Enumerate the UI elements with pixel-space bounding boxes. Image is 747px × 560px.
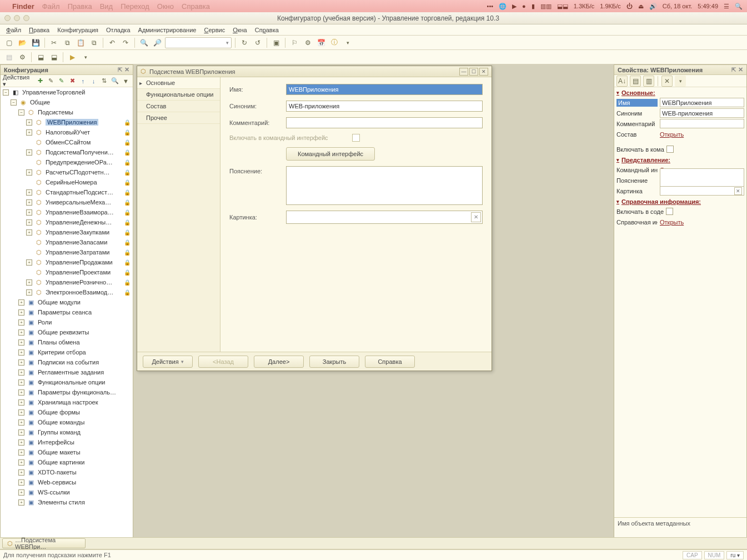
menu-help[interactable]: Справка bbox=[252, 26, 282, 34]
tree-root[interactable]: − ◧ УправлениеТорговлей bbox=[1, 87, 133, 97]
menu-debug[interactable]: Отладка bbox=[103, 26, 133, 34]
expand-icon[interactable]: + bbox=[18, 479, 24, 486]
tree-subsystem-item[interactable]: +⬡ЭлектронноеВзаимод…🔒 bbox=[1, 287, 133, 297]
tree-subsystem-item[interactable]: +⬡НалоговыйУчет🔒 bbox=[1, 127, 133, 137]
group-presentation[interactable]: Представление: bbox=[614, 154, 746, 164]
menu-windows[interactable]: Окна bbox=[230, 26, 250, 34]
taskbar-item[interactable]: ⬡ …Подсистема WEBПри… bbox=[2, 538, 86, 548]
tree-item[interactable]: +▣Параметры сеанса bbox=[1, 307, 133, 317]
undo-icon[interactable]: ↶ bbox=[107, 37, 118, 48]
expand-icon[interactable]: + bbox=[18, 469, 24, 476]
info-icon[interactable]: ⓘ bbox=[329, 37, 340, 48]
checkbox-include-cmd[interactable] bbox=[352, 134, 360, 142]
mac-menu-edit[interactable]: Правка bbox=[68, 2, 92, 11]
tree-subsystem-item[interactable]: +⬡УправлениеПродажами🔒 bbox=[1, 257, 133, 267]
tree-item[interactable]: +▣Планы обмена bbox=[1, 337, 133, 347]
edit-icon[interactable]: ✎ bbox=[57, 76, 66, 86]
rundrop-icon[interactable]: ▾ bbox=[80, 52, 91, 63]
tree-subsystem-item[interactable]: +⬡WEBПриложения🔒 bbox=[1, 117, 133, 127]
menu-edit[interactable]: Правка bbox=[26, 26, 52, 34]
collapse-icon[interactable]: − bbox=[11, 99, 17, 106]
dots-icon[interactable]: ••• bbox=[487, 3, 494, 9]
tree-item[interactable]: +▣Параметры функциональ… bbox=[1, 387, 133, 397]
expand-icon[interactable]: + bbox=[26, 209, 32, 216]
flag-icon[interactable]: ⚐ bbox=[289, 37, 300, 48]
del-icon[interactable]: ✖ bbox=[67, 76, 77, 86]
tree-subsystem-item[interactable]: +⬡УправлениеЗакупками🔒 bbox=[1, 227, 133, 237]
expand-icon[interactable]: + bbox=[26, 199, 32, 206]
next-button[interactable]: Далее> bbox=[254, 356, 304, 368]
step-icon[interactable]: ⬓ bbox=[35, 52, 46, 63]
list-icon[interactable]: ☰ bbox=[724, 3, 729, 10]
modal-titlebar[interactable]: ⬡ Подсистема WEBПриложения — ☐ ✕ bbox=[137, 66, 492, 77]
clear-picture-icon[interactable]: ✕ bbox=[471, 212, 481, 222]
add2-icon[interactable]: ✎ bbox=[46, 76, 56, 86]
tree-item[interactable]: +▣Функциональные опции bbox=[1, 377, 133, 387]
down-icon[interactable]: ↓ bbox=[89, 76, 98, 86]
status-lang[interactable]: ru ▾ bbox=[726, 551, 744, 559]
tree-item[interactable]: +▣Интерфейсы bbox=[1, 437, 133, 447]
tree-subsystem-item[interactable]: +⬡ПодсистемаПолучени…🔒 bbox=[1, 147, 133, 157]
refresh2-icon[interactable]: ↺ bbox=[252, 37, 263, 48]
new-icon[interactable]: ▢ bbox=[3, 37, 14, 48]
globe-icon[interactable]: 🌐 bbox=[499, 3, 507, 10]
open-icon[interactable]: 📂 bbox=[17, 37, 28, 48]
expand-icon[interactable]: + bbox=[18, 339, 24, 346]
expand-icon[interactable]: + bbox=[18, 349, 24, 356]
play-icon[interactable]: ▶ bbox=[512, 3, 517, 10]
actions-button[interactable]: Действия bbox=[143, 356, 193, 368]
tree-item[interactable]: +▣Web-сервисы bbox=[1, 477, 133, 487]
tree-item[interactable]: +▣Группы команд bbox=[1, 427, 133, 437]
tree-subsystem-item[interactable]: +⬡УниверсальныеМеха…🔒 bbox=[1, 197, 133, 207]
expand-icon[interactable]: + bbox=[18, 459, 24, 466]
maximize-icon[interactable]: ☐ bbox=[469, 68, 478, 76]
config-tree[interactable]: − ◧ УправлениеТорговлей − ◉ Общие − ⬡ По… bbox=[1, 87, 133, 544]
menu-admin[interactable]: Администрирование bbox=[136, 26, 199, 34]
nav-other[interactable]: Прочее bbox=[137, 112, 220, 124]
command-interface-button[interactable]: Командный интерфейс bbox=[286, 147, 375, 161]
expand-icon[interactable]: + bbox=[18, 389, 24, 396]
mac-date[interactable]: Сб, 18 окт. bbox=[663, 3, 693, 9]
run-icon[interactable]: ▶ bbox=[67, 52, 78, 63]
tree-item[interactable]: +▣Регламентные задания bbox=[1, 367, 133, 377]
prop-name-input[interactable]: WEBПриложения bbox=[660, 98, 744, 107]
expand-icon[interactable]: + bbox=[18, 309, 24, 316]
expand-icon[interactable]: + bbox=[18, 429, 24, 436]
mac-menu-go[interactable]: Переход bbox=[121, 2, 149, 11]
nav-content[interactable]: Состав bbox=[137, 101, 220, 112]
menu-config[interactable]: Конфигурация bbox=[54, 26, 101, 34]
copy2-icon[interactable]: ⧉ bbox=[88, 37, 99, 48]
tree-subsystem-item[interactable]: ⬡СерийныеНомера🔒 bbox=[1, 177, 133, 187]
pin-icon[interactable]: ⇱ bbox=[118, 67, 122, 73]
mac-menu-window[interactable]: Окно bbox=[157, 2, 174, 11]
cut-icon[interactable]: ✂ bbox=[48, 37, 59, 48]
input-name[interactable]: WEBПриложения bbox=[286, 84, 483, 95]
find3-icon[interactable]: 🔍 bbox=[110, 76, 119, 86]
search-combo[interactable] bbox=[165, 37, 232, 48]
prop-include-cmd-check[interactable] bbox=[666, 146, 674, 153]
nav-funcopt[interactable]: Функциональные опции bbox=[137, 89, 220, 101]
spotlight-icon[interactable]: 🔍 bbox=[735, 3, 743, 10]
prop-name-label[interactable]: Имя bbox=[616, 99, 658, 107]
tree-item[interactable]: +▣Общие модули bbox=[1, 297, 133, 307]
record-icon[interactable]: ● bbox=[522, 3, 526, 9]
db-update-icon[interactable]: ▤ bbox=[3, 52, 14, 63]
up-icon[interactable]: ↑ bbox=[78, 76, 88, 86]
tree-item[interactable]: +▣Общие реквизиты bbox=[1, 327, 133, 337]
toggle-icon[interactable]: ⏻ bbox=[626, 3, 633, 9]
tree-subsystem-item[interactable]: +⬡УправлениеДенежны…🔒 bbox=[1, 217, 133, 227]
sort-cat-icon[interactable]: ▤ bbox=[630, 76, 641, 87]
sort-alpha-icon[interactable]: A↓ bbox=[616, 76, 628, 87]
expand-icon[interactable]: + bbox=[18, 489, 24, 496]
mac-menu-file[interactable]: Файл bbox=[42, 2, 60, 11]
tree-subsystem-item[interactable]: +⬡УправлениеРознично…🔒 bbox=[1, 277, 133, 287]
input-picture[interactable]: ✕ bbox=[286, 211, 483, 224]
tree-subsystem-item[interactable]: ⬡ПредупреждениеОРа…🔒 bbox=[1, 157, 133, 167]
calendar-icon[interactable]: 📅 bbox=[315, 37, 327, 48]
tree-subsystems[interactable]: − ⬡ Подсистемы bbox=[1, 107, 133, 117]
traffic-lights[interactable] bbox=[0, 15, 29, 21]
graph-icon[interactable]: ⬓⬓ bbox=[557, 3, 568, 10]
mac-menu-help[interactable]: Справка bbox=[182, 2, 210, 11]
expand-icon[interactable]: + bbox=[26, 119, 32, 126]
back-button[interactable]: <Назад bbox=[198, 356, 248, 368]
